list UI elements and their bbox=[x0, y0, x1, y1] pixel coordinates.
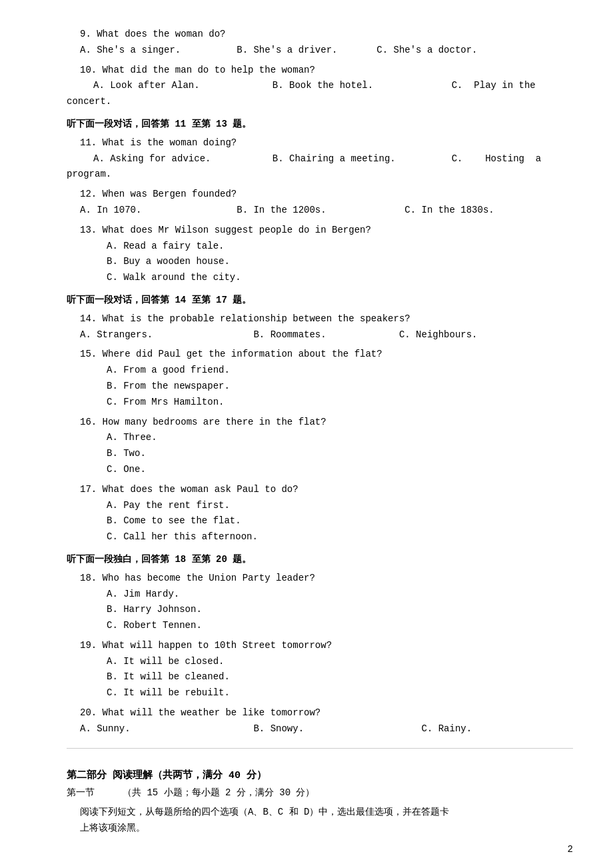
q10-opt-a: A. Look after Alan. bbox=[93, 80, 267, 91]
q15-opt-a: A. From a good friend. bbox=[107, 363, 573, 379]
q11-wrap: program. bbox=[67, 167, 573, 183]
section-11-13: 听下面一段对话，回答第 11 至第 13 题。 bbox=[67, 117, 573, 133]
q10-options-row1: A. Look after Alan. B. Book the hotel. C… bbox=[93, 78, 573, 94]
q9-text: 9. What does the woman do? bbox=[80, 27, 573, 43]
part2-instruction: 阅读下列短文，从每题所给的四个选项（A、B、C 和 D）中，选出最佳选项，并在答… bbox=[80, 805, 573, 837]
q19-opt-c: C. It will be rebuilt. bbox=[107, 685, 573, 701]
q12-opt-b: B. In the 1200s. bbox=[237, 205, 399, 215]
q15-text: 15. Where did Paul get the information a… bbox=[80, 347, 573, 363]
question-13: 13. What does Mr Wilson suggest people d… bbox=[67, 223, 573, 286]
q12-opt-a: A. In 1070. bbox=[80, 205, 231, 215]
q13-opt-a: A. Read a fairy tale. bbox=[107, 239, 573, 255]
q10-opt-b: B. Book the hotel. bbox=[273, 80, 446, 91]
q9-opt-b: B. She's a driver. bbox=[237, 45, 371, 55]
q19-text: 19. What will happen to 10th Street tomo… bbox=[80, 638, 573, 654]
q16-opt-c: C. One. bbox=[107, 462, 573, 478]
page-number: 2 bbox=[568, 844, 573, 855]
instruction-line2: 上将该项涂黑。 bbox=[80, 821, 573, 837]
q16-options: A. Three. B. Two. C. One. bbox=[107, 430, 573, 477]
q16-opt-a: A. Three. bbox=[107, 430, 573, 446]
q17-opt-b: B. Come to see the flat. bbox=[107, 513, 573, 529]
q14-text: 14. What is the probable relationship be… bbox=[80, 311, 573, 327]
q20-text: 20. What will the weather be like tomorr… bbox=[80, 705, 573, 721]
q16-opt-b: B. Two. bbox=[107, 446, 573, 462]
section-label: 第一节 bbox=[67, 787, 95, 798]
q20-opt-c: C. Rainy. bbox=[422, 723, 472, 734]
q12-text: 12. When was Bergen founded? bbox=[80, 187, 573, 203]
q17-opt-a: A. Pay the rent first. bbox=[107, 498, 573, 514]
q18-opt-a: A. Jim Hardy. bbox=[107, 587, 573, 603]
q13-options: A. Read a fairy tale. B. Buy a wooden ho… bbox=[107, 239, 573, 286]
q17-options: A. Pay the rent first. B. Come to see th… bbox=[107, 498, 573, 545]
q15-opt-b: B. From the newspaper. bbox=[107, 379, 573, 395]
q19-opt-a: A. It will be closed. bbox=[107, 654, 573, 670]
part2-section-label: 第一节 （共 15 小题；每小题 2 分，满分 30 分） bbox=[67, 785, 573, 801]
q14-opt-c: C. Neighbours. bbox=[399, 329, 478, 340]
section-14-17: 听下面一段对话，回答第 14 至第 17 题。 bbox=[67, 293, 573, 309]
q12-options: A. In 1070. B. In the 1200s. C. In the 1… bbox=[80, 203, 573, 219]
q15-opt-c: C. From Mrs Hamilton. bbox=[107, 395, 573, 411]
question-19: 19. What will happen to 10th Street tomo… bbox=[67, 638, 573, 701]
q13-opt-b: B. Buy a wooden house. bbox=[107, 254, 573, 270]
q12-opt-c: C. In the 1830s. bbox=[404, 205, 494, 215]
q11-options: A. Asking for advice. B. Chairing a meet… bbox=[93, 151, 573, 167]
q11-opt-c: C. Hosting a bbox=[452, 153, 541, 164]
section-info: （共 15 小题；每小题 2 分，满分 30 分） bbox=[123, 787, 314, 798]
q19-opt-b: B. It will be cleaned. bbox=[107, 669, 573, 685]
q19-options: A. It will be closed. B. It will be clea… bbox=[107, 654, 573, 701]
q14-opt-b: B. Roommates. bbox=[253, 329, 393, 340]
q10-opt-c: C. Play in the bbox=[452, 80, 536, 91]
section-18-20: 听下面一段独白，回答第 18 至第 20 题。 bbox=[67, 552, 573, 568]
question-18: 18. Who has become the Union Party leade… bbox=[67, 571, 573, 634]
q13-text: 13. What does Mr Wilson suggest people d… bbox=[80, 223, 573, 239]
q10-wrap: concert. bbox=[67, 94, 573, 110]
question-15: 15. Where did Paul get the information a… bbox=[67, 347, 573, 410]
question-9: 9. What does the woman do? A. She's a si… bbox=[67, 27, 573, 59]
q11-opt-a: A. Asking for advice. bbox=[93, 153, 267, 164]
q20-options: A. Sunny. B. Snowy. C. Rainy. bbox=[80, 721, 573, 737]
instruction-line1: 阅读下列短文，从每题所给的四个选项（A、B、C 和 D）中，选出最佳选项，并在答… bbox=[80, 805, 573, 821]
q17-opt-c: C. Call her this afternoon. bbox=[107, 529, 573, 545]
q14-opt-a: A. Strangers. bbox=[80, 329, 248, 340]
question-12: 12. When was Bergen founded? A. In 1070.… bbox=[67, 187, 573, 219]
q9-opt-c: C. She's a doctor. bbox=[376, 45, 477, 55]
part2-title: 第二部分 阅读理解（共两节，满分 40 分） bbox=[67, 770, 267, 781]
q18-options: A. Jim Hardy. B. Harry Johnson. C. Rober… bbox=[107, 587, 573, 634]
q20-opt-a: A. Sunny. bbox=[80, 723, 248, 734]
q9-options: A. She's a singer. B. She's a driver. C.… bbox=[80, 43, 573, 59]
question-17: 17. What does the woman ask Paul to do? … bbox=[67, 482, 573, 545]
question-14: 14. What is the probable relationship be… bbox=[67, 311, 573, 343]
q10-text: 10. What did the man do to help the woma… bbox=[80, 63, 573, 79]
question-20: 20. What will the weather be like tomorr… bbox=[67, 705, 573, 737]
part2-header: 第二部分 阅读理解（共两节，满分 40 分） bbox=[67, 769, 573, 781]
q16-text: 16. How many bedrooms are there in the f… bbox=[80, 415, 573, 431]
page-content: 9. What does the woman do? A. She's a si… bbox=[67, 27, 573, 837]
q11-opt-b: B. Chairing a meeting. bbox=[273, 153, 446, 164]
q15-options: A. From a good friend. B. From the newsp… bbox=[107, 363, 573, 410]
q11-text: 11. What is the woman doing? bbox=[80, 135, 573, 151]
q18-text: 18. Who has become the Union Party leade… bbox=[80, 571, 573, 587]
q18-opt-b: B. Harry Johnson. bbox=[107, 602, 573, 618]
q14-options: A. Strangers. B. Roommates. C. Neighbour… bbox=[80, 327, 573, 343]
question-10: 10. What did the man do to help the woma… bbox=[67, 63, 573, 110]
q18-opt-c: C. Robert Tennen. bbox=[107, 618, 573, 634]
q20-opt-b: B. Snowy. bbox=[253, 723, 416, 734]
section-divider bbox=[67, 748, 573, 749]
q17-text: 17. What does the woman ask Paul to do? bbox=[80, 482, 573, 498]
q9-opt-a: A. She's a singer. bbox=[80, 45, 231, 55]
q13-opt-c: C. Walk around the city. bbox=[107, 270, 573, 286]
question-11: 11. What is the woman doing? A. Asking f… bbox=[67, 135, 573, 183]
question-16: 16. How many bedrooms are there in the f… bbox=[67, 415, 573, 478]
